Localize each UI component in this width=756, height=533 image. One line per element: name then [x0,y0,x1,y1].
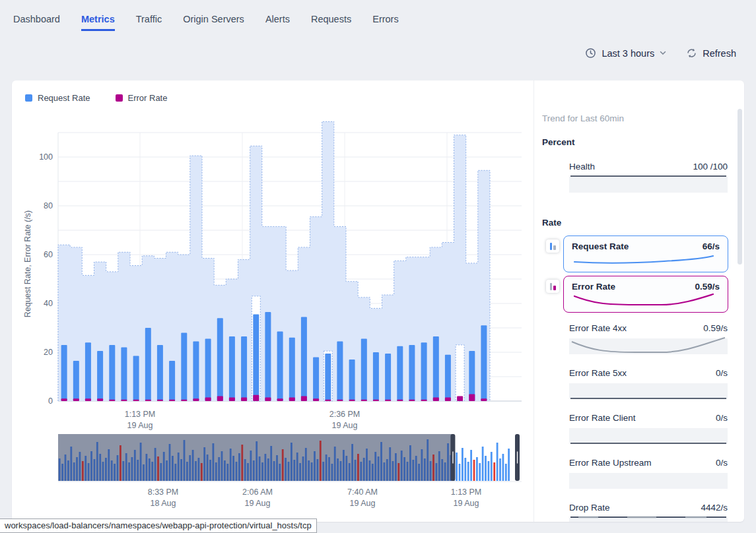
timeline-brush[interactable] [58,434,522,483]
request-rate-bar[interactable] [265,312,271,401]
metric-row-error-rate-client[interactable]: Error Rate Client0/s [569,413,728,447]
tab-requests[interactable]: Requests [311,14,351,31]
metric-row-error-rate-4xx[interactable]: Error Rate 4xx0.59/s [569,323,728,358]
minimap-bar [224,460,226,481]
error-rate-bar[interactable] [265,397,271,401]
request-rate-bar[interactable] [97,351,103,401]
request-rate-bar[interactable] [397,346,403,401]
request-rate-bar[interactable] [73,361,79,401]
error-rate-bar[interactable] [445,397,451,401]
sparkline [569,173,728,193]
error-rate-bar[interactable] [181,400,187,401]
tab-traffic[interactable]: Traffic [136,14,162,31]
error-rate-bar[interactable] [325,400,331,401]
metric-row-drop-rate[interactable]: Drop Rate4442/s [569,503,728,522]
request-rate-bar[interactable] [289,338,295,401]
request-rate-bar[interactable] [301,317,307,401]
error-rate-bar[interactable] [133,400,139,401]
error-rate-bar[interactable] [337,400,343,401]
request-rate-bar[interactable] [349,360,355,401]
error-rate-bar[interactable] [121,400,127,401]
error-rate-bar[interactable] [433,397,439,401]
metric-card-request-rate[interactable]: Request Rate66/s [563,235,728,272]
request-rate-bar[interactable] [229,336,235,401]
tab-dashboard[interactable]: Dashboard [13,14,60,31]
request-rate-bar[interactable] [253,315,259,401]
request-rate-bar[interactable] [373,352,379,401]
tab-origin-servers[interactable]: Origin Servers [183,14,244,31]
request-rate-bar[interactable] [121,348,127,401]
request-rate-bar[interactable] [421,342,427,401]
metric-row-error-rate-5xx[interactable]: Error Rate 5xx0/s [569,368,728,402]
error-rate-bar[interactable] [481,398,487,401]
hollow-bar[interactable] [456,345,464,401]
request-error-rate-chart[interactable]: 0204060801001:13 PM19 Aug2:36 PM19 AugRe… [20,112,532,433]
error-rate-bar[interactable] [61,398,67,401]
error-rate-bar[interactable] [409,400,415,401]
request-rate-bar[interactable] [445,355,451,401]
request-rate-bar[interactable] [241,336,247,401]
error-rate-bar[interactable] [253,395,259,401]
request-rate-bar[interactable] [361,339,367,401]
request-rate-bar[interactable] [313,357,319,401]
time-range-button[interactable]: Last 3 hours [585,47,666,59]
request-rate-bar[interactable] [469,351,475,401]
request-rate-bar[interactable] [325,354,331,401]
request-rate-bar[interactable] [433,336,439,401]
bar-chart-icon[interactable] [546,239,559,253]
request-rate-bar[interactable] [61,345,67,401]
tab-metrics[interactable]: Metrics [81,14,115,31]
request-rate-bar[interactable] [85,342,91,401]
error-rate-bar[interactable] [385,400,391,401]
refresh-button[interactable]: Refresh [686,47,736,59]
metric-row-error-rate-upstream[interactable]: Error Rate Upstream0/s [569,458,728,492]
error-rate-bar[interactable] [85,398,91,401]
trend-scrollbar-thumb[interactable] [738,109,742,265]
tab-alerts[interactable]: Alerts [265,14,290,31]
request-rate-bar[interactable] [217,318,223,401]
request-rate-bar[interactable] [109,345,115,401]
request-rate-bar[interactable] [181,332,187,401]
request-rate-bar[interactable] [385,354,391,401]
error-rate-bar[interactable] [193,398,199,401]
minimap-bar [61,464,63,481]
legend-error-rate[interactable]: Error Rate [116,93,168,103]
error-rate-bar[interactable] [397,400,403,401]
metric-row-health[interactable]: Health100 /100 [569,162,728,196]
tab-errors[interactable]: Errors [372,14,398,31]
error-rate-bar[interactable] [313,398,319,401]
error-rate-bar[interactable] [289,397,295,401]
request-rate-bar[interactable] [337,341,343,401]
error-rate-bar[interactable] [229,397,235,401]
bar-chart-icon[interactable] [546,280,559,293]
error-rate-bar[interactable] [73,398,79,401]
error-rate-bar[interactable] [349,400,355,401]
y-tick-label: 80 [44,201,53,210]
request-rate-bar[interactable] [205,339,211,401]
error-rate-bar[interactable] [301,396,307,401]
request-rate-bar[interactable] [157,345,163,401]
error-rate-bar[interactable] [277,398,283,401]
error-rate-bar[interactable] [469,394,475,401]
request-rate-bar[interactable] [409,345,415,401]
request-rate-bar[interactable] [133,356,139,402]
error-rate-bar[interactable] [217,396,223,401]
error-rate-bar[interactable] [373,400,379,401]
error-rate-bar[interactable] [145,400,151,401]
request-rate-bar[interactable] [145,328,151,401]
error-rate-bar[interactable] [157,400,163,401]
error-rate-bar[interactable] [205,397,211,401]
error-rate-bar[interactable] [241,397,247,401]
error-rate-bar[interactable] [421,400,427,401]
error-rate-bar[interactable] [457,396,463,401]
request-rate-bar[interactable] [277,332,283,401]
error-rate-bar[interactable] [169,400,175,401]
error-rate-bar[interactable] [361,400,367,401]
legend-request-rate[interactable]: Request Rate [25,93,90,103]
request-rate-bar[interactable] [169,361,175,401]
error-rate-bar[interactable] [97,398,103,401]
request-rate-bar[interactable] [193,341,199,401]
metric-card-error-rate[interactable]: Error Rate0.59/s [563,276,728,313]
request-rate-bar[interactable] [481,325,487,401]
error-rate-bar[interactable] [109,400,115,401]
